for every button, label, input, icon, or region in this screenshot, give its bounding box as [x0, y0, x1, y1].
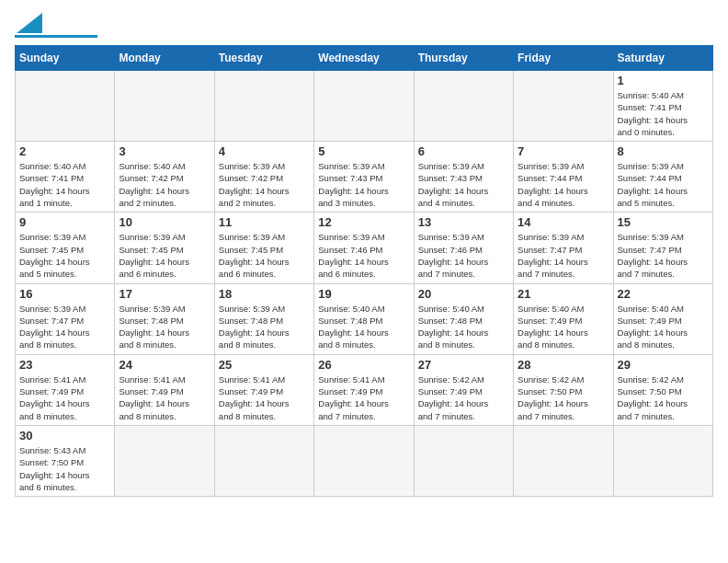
logo-icon: [17, 13, 42, 33]
calendar-cell: 23Sunrise: 5:41 AM Sunset: 7:49 PM Dayli…: [16, 354, 115, 425]
calendar-cell: 6Sunrise: 5:39 AM Sunset: 7:43 PM Daylig…: [414, 142, 513, 213]
day-number: 12: [318, 215, 409, 229]
day-number: 24: [119, 358, 210, 372]
day-number: 8: [618, 144, 709, 158]
day-number: 25: [219, 358, 310, 372]
day-number: 20: [418, 287, 509, 301]
calendar-header-row: SundayMondayTuesdayWednesdayThursdayFrid…: [16, 46, 713, 71]
calendar-cell: [613, 425, 712, 496]
day-number: 10: [119, 215, 210, 229]
calendar-week-row: 30Sunrise: 5:43 AM Sunset: 7:50 PM Dayli…: [16, 425, 713, 496]
calendar-cell: 17Sunrise: 5:39 AM Sunset: 7:48 PM Dayli…: [115, 283, 214, 354]
day-number: 7: [518, 144, 609, 158]
day-number: 22: [618, 287, 709, 301]
calendar-week-row: 2Sunrise: 5:40 AM Sunset: 7:41 PM Daylig…: [16, 142, 713, 213]
calendar-table: SundayMondayTuesdayWednesdayThursdayFrid…: [15, 45, 713, 497]
calendar-cell: 20Sunrise: 5:40 AM Sunset: 7:48 PM Dayli…: [414, 283, 513, 354]
calendar-cell: 29Sunrise: 5:42 AM Sunset: 7:50 PM Dayli…: [613, 354, 712, 425]
calendar-cell: 10Sunrise: 5:39 AM Sunset: 7:45 PM Dayli…: [115, 213, 214, 283]
day-number: 27: [418, 358, 509, 372]
day-header-thursday: Thursday: [414, 46, 513, 71]
day-number: 9: [19, 215, 110, 229]
calendar-cell: [314, 425, 414, 496]
day-info: Sunrise: 5:40 AM Sunset: 7:41 PM Dayligh…: [618, 89, 709, 138]
day-info: Sunrise: 5:39 AM Sunset: 7:44 PM Dayligh…: [518, 160, 609, 209]
calendar-cell: [115, 425, 214, 496]
calendar-cell: 27Sunrise: 5:42 AM Sunset: 7:49 PM Dayli…: [414, 354, 513, 425]
day-header-wednesday: Wednesday: [314, 46, 414, 71]
logo-underline: [15, 35, 97, 38]
day-info: Sunrise: 5:40 AM Sunset: 7:49 PM Dayligh…: [518, 303, 609, 351]
day-info: Sunrise: 5:39 AM Sunset: 7:46 PM Dayligh…: [318, 231, 409, 280]
calendar-cell: [214, 425, 313, 496]
day-number: 2: [19, 144, 110, 158]
calendar-cell: 4Sunrise: 5:39 AM Sunset: 7:42 PM Daylig…: [214, 142, 313, 213]
day-number: 26: [318, 358, 409, 372]
calendar-cell: 25Sunrise: 5:41 AM Sunset: 7:49 PM Dayli…: [214, 354, 313, 425]
calendar-cell: 1Sunrise: 5:40 AM Sunset: 7:41 PM Daylig…: [613, 71, 712, 142]
day-info: Sunrise: 5:40 AM Sunset: 7:49 PM Dayligh…: [618, 303, 709, 351]
calendar-cell: 12Sunrise: 5:39 AM Sunset: 7:46 PM Dayli…: [314, 213, 414, 283]
day-number: 5: [318, 144, 409, 158]
day-number: 30: [19, 429, 110, 442]
day-info: Sunrise: 5:39 AM Sunset: 7:43 PM Dayligh…: [318, 160, 409, 209]
day-number: 3: [119, 144, 210, 158]
calendar-week-row: 23Sunrise: 5:41 AM Sunset: 7:49 PM Dayli…: [16, 354, 713, 425]
day-info: Sunrise: 5:41 AM Sunset: 7:49 PM Dayligh…: [318, 373, 409, 422]
day-header-tuesday: Tuesday: [214, 46, 313, 71]
calendar-cell: 21Sunrise: 5:40 AM Sunset: 7:49 PM Dayli…: [514, 283, 613, 354]
calendar-cell: 14Sunrise: 5:39 AM Sunset: 7:47 PM Dayli…: [514, 213, 613, 283]
day-info: Sunrise: 5:39 AM Sunset: 7:48 PM Dayligh…: [119, 303, 210, 351]
day-info: Sunrise: 5:42 AM Sunset: 7:50 PM Dayligh…: [618, 373, 709, 422]
calendar-cell: 13Sunrise: 5:39 AM Sunset: 7:46 PM Dayli…: [414, 213, 513, 283]
calendar-cell: 5Sunrise: 5:39 AM Sunset: 7:43 PM Daylig…: [314, 142, 414, 213]
day-info: Sunrise: 5:42 AM Sunset: 7:50 PM Dayligh…: [518, 373, 609, 422]
calendar-cell: [514, 425, 613, 496]
day-header-saturday: Saturday: [613, 46, 712, 71]
calendar-cell: 22Sunrise: 5:40 AM Sunset: 7:49 PM Dayli…: [613, 283, 712, 354]
calendar-cell: 19Sunrise: 5:40 AM Sunset: 7:48 PM Dayli…: [314, 283, 414, 354]
day-number: 18: [219, 287, 310, 301]
calendar-cell: 16Sunrise: 5:39 AM Sunset: 7:47 PM Dayli…: [16, 283, 115, 354]
day-info: Sunrise: 5:39 AM Sunset: 7:46 PM Dayligh…: [418, 231, 509, 280]
day-info: Sunrise: 5:39 AM Sunset: 7:47 PM Dayligh…: [518, 231, 609, 280]
day-number: 4: [219, 144, 310, 158]
day-number: 29: [618, 358, 709, 372]
calendar-cell: [16, 71, 115, 142]
calendar-cell: 3Sunrise: 5:40 AM Sunset: 7:42 PM Daylig…: [115, 142, 214, 213]
calendar-cell: [115, 71, 214, 142]
day-info: Sunrise: 5:40 AM Sunset: 7:48 PM Dayligh…: [318, 303, 409, 351]
calendar-cell: 18Sunrise: 5:39 AM Sunset: 7:48 PM Dayli…: [214, 283, 313, 354]
day-number: 21: [518, 287, 609, 301]
calendar-cell: 26Sunrise: 5:41 AM Sunset: 7:49 PM Dayli…: [314, 354, 414, 425]
day-header-sunday: Sunday: [16, 46, 115, 71]
logo: [15, 15, 97, 38]
day-number: 15: [618, 215, 709, 229]
calendar-cell: [414, 71, 513, 142]
calendar-cell: 15Sunrise: 5:39 AM Sunset: 7:47 PM Dayli…: [613, 213, 712, 283]
calendar-cell: 8Sunrise: 5:39 AM Sunset: 7:44 PM Daylig…: [613, 142, 712, 213]
calendar-cell: 30Sunrise: 5:43 AM Sunset: 7:50 PM Dayli…: [16, 425, 115, 496]
day-info: Sunrise: 5:42 AM Sunset: 7:49 PM Dayligh…: [418, 373, 509, 422]
day-number: 17: [119, 287, 210, 301]
day-info: Sunrise: 5:40 AM Sunset: 7:42 PM Dayligh…: [119, 160, 210, 209]
day-number: 11: [219, 215, 310, 229]
page-header: [15, 15, 713, 38]
day-number: 14: [518, 215, 609, 229]
day-info: Sunrise: 5:41 AM Sunset: 7:49 PM Dayligh…: [219, 373, 310, 422]
day-info: Sunrise: 5:39 AM Sunset: 7:47 PM Dayligh…: [618, 231, 709, 280]
calendar-cell: 24Sunrise: 5:41 AM Sunset: 7:49 PM Dayli…: [115, 354, 214, 425]
day-number: 23: [19, 358, 110, 372]
day-info: Sunrise: 5:39 AM Sunset: 7:45 PM Dayligh…: [219, 231, 310, 280]
day-info: Sunrise: 5:40 AM Sunset: 7:48 PM Dayligh…: [418, 303, 509, 351]
day-info: Sunrise: 5:39 AM Sunset: 7:42 PM Dayligh…: [219, 160, 310, 209]
svg-marker-0: [17, 13, 42, 33]
day-number: 1: [618, 74, 709, 87]
day-number: 6: [418, 144, 509, 158]
calendar-cell: [514, 71, 613, 142]
calendar-cell: 7Sunrise: 5:39 AM Sunset: 7:44 PM Daylig…: [514, 142, 613, 213]
day-info: Sunrise: 5:43 AM Sunset: 7:50 PM Dayligh…: [19, 444, 110, 493]
day-info: Sunrise: 5:39 AM Sunset: 7:48 PM Dayligh…: [219, 303, 310, 351]
day-info: Sunrise: 5:39 AM Sunset: 7:44 PM Dayligh…: [618, 160, 709, 209]
calendar-cell: 28Sunrise: 5:42 AM Sunset: 7:50 PM Dayli…: [514, 354, 613, 425]
